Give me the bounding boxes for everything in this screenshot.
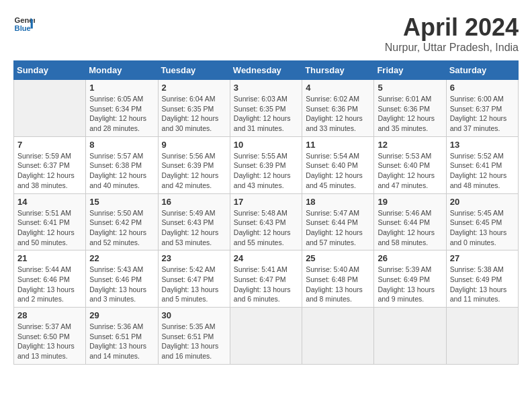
day-info: Sunrise: 5:53 AM Sunset: 6:40 PM Dayligh… (378, 151, 442, 191)
day-number: 2 (162, 83, 226, 93)
day-info: Sunrise: 6:00 AM Sunset: 6:37 PM Dayligh… (450, 94, 515, 134)
calendar-cell: 20Sunrise: 5:45 AM Sunset: 6:45 PM Dayli… (446, 193, 518, 250)
day-number: 7 (17, 140, 82, 150)
day-number: 4 (306, 83, 370, 93)
day-info: Sunrise: 5:38 AM Sunset: 6:49 PM Dayligh… (450, 265, 515, 304)
header-day-sunday: Sunday (14, 61, 86, 80)
day-info: Sunrise: 6:05 AM Sunset: 6:34 PM Dayligh… (89, 94, 154, 134)
calendar-cell (446, 308, 518, 365)
day-number: 23 (162, 253, 226, 263)
day-number: 25 (306, 253, 370, 263)
calendar-cell: 14Sunrise: 5:51 AM Sunset: 6:41 PM Dayli… (14, 193, 86, 250)
day-number: 6 (450, 83, 515, 93)
day-info: Sunrise: 5:51 AM Sunset: 6:41 PM Dayligh… (17, 208, 82, 248)
day-number: 26 (378, 253, 442, 263)
day-number: 19 (378, 197, 442, 207)
week-row-4: 21Sunrise: 5:44 AM Sunset: 6:46 PM Dayli… (14, 250, 519, 308)
day-info: Sunrise: 6:04 AM Sunset: 6:35 PM Dayligh… (162, 94, 226, 134)
calendar-cell: 2Sunrise: 6:04 AM Sunset: 6:35 PM Daylig… (158, 80, 230, 137)
day-info: Sunrise: 5:48 AM Sunset: 6:43 PM Dayligh… (234, 208, 298, 248)
header-row: SundayMondayTuesdayWednesdayThursdayFrid… (14, 61, 519, 80)
day-info: Sunrise: 5:55 AM Sunset: 6:39 PM Dayligh… (234, 151, 298, 191)
day-info: Sunrise: 6:03 AM Sunset: 6:35 PM Dayligh… (234, 94, 298, 134)
day-info: Sunrise: 5:57 AM Sunset: 6:38 PM Dayligh… (89, 151, 154, 191)
day-number: 14 (17, 197, 82, 207)
day-number: 5 (378, 83, 442, 93)
day-info: Sunrise: 5:52 AM Sunset: 6:41 PM Dayligh… (450, 151, 515, 191)
month-title: April 2024 (385, 13, 519, 42)
week-row-1: 1Sunrise: 6:05 AM Sunset: 6:34 PM Daylig… (14, 80, 519, 137)
logo: General Blue (13, 13, 35, 35)
calendar-cell: 24Sunrise: 5:41 AM Sunset: 6:47 PM Dayli… (230, 250, 302, 308)
day-info: Sunrise: 5:42 AM Sunset: 6:47 PM Dayligh… (162, 265, 226, 304)
calendar-cell: 7Sunrise: 5:59 AM Sunset: 6:37 PM Daylig… (14, 136, 86, 193)
day-info: Sunrise: 5:46 AM Sunset: 6:44 PM Dayligh… (378, 208, 442, 248)
calendar-cell (14, 80, 86, 137)
day-info: Sunrise: 5:39 AM Sunset: 6:49 PM Dayligh… (378, 265, 442, 304)
calendar-cell (230, 308, 302, 365)
day-info: Sunrise: 5:47 AM Sunset: 6:44 PM Dayligh… (306, 208, 370, 248)
day-info: Sunrise: 5:50 AM Sunset: 6:42 PM Dayligh… (89, 208, 154, 248)
location-title: Nurpur, Uttar Pradesh, India (385, 42, 519, 54)
logo-icon: General Blue (13, 13, 35, 35)
day-number: 8 (89, 140, 154, 150)
calendar-cell: 30Sunrise: 5:35 AM Sunset: 6:51 PM Dayli… (158, 308, 230, 365)
day-number: 11 (306, 140, 370, 150)
calendar-cell: 5Sunrise: 6:01 AM Sunset: 6:36 PM Daylig… (374, 80, 446, 137)
day-info: Sunrise: 5:59 AM Sunset: 6:37 PM Dayligh… (17, 151, 82, 191)
day-number: 3 (234, 83, 298, 93)
day-info: Sunrise: 6:01 AM Sunset: 6:36 PM Dayligh… (378, 94, 442, 134)
calendar-cell: 25Sunrise: 5:40 AM Sunset: 6:48 PM Dayli… (302, 250, 374, 308)
day-info: Sunrise: 5:36 AM Sunset: 6:51 PM Dayligh… (89, 322, 154, 361)
week-row-5: 28Sunrise: 5:37 AM Sunset: 6:50 PM Dayli… (14, 308, 519, 365)
day-info: Sunrise: 5:41 AM Sunset: 6:47 PM Dayligh… (234, 265, 298, 304)
day-number: 12 (378, 140, 442, 150)
calendar-cell: 19Sunrise: 5:46 AM Sunset: 6:44 PM Dayli… (374, 193, 446, 250)
calendar-cell: 11Sunrise: 5:54 AM Sunset: 6:40 PM Dayli… (302, 136, 374, 193)
calendar-cell: 18Sunrise: 5:47 AM Sunset: 6:44 PM Dayli… (302, 193, 374, 250)
header-day-saturday: Saturday (446, 61, 518, 80)
day-info: Sunrise: 5:44 AM Sunset: 6:46 PM Dayligh… (17, 265, 82, 304)
day-number: 10 (234, 140, 298, 150)
calendar-cell: 28Sunrise: 5:37 AM Sunset: 6:50 PM Dayli… (14, 308, 86, 365)
calendar-cell: 6Sunrise: 6:00 AM Sunset: 6:37 PM Daylig… (446, 80, 518, 137)
calendar-cell: 22Sunrise: 5:43 AM Sunset: 6:46 PM Dayli… (86, 250, 158, 308)
day-info: Sunrise: 6:02 AM Sunset: 6:36 PM Dayligh… (306, 94, 370, 134)
day-info: Sunrise: 5:54 AM Sunset: 6:40 PM Dayligh… (306, 151, 370, 191)
calendar-cell: 29Sunrise: 5:36 AM Sunset: 6:51 PM Dayli… (86, 308, 158, 365)
day-number: 15 (89, 197, 154, 207)
header-day-thursday: Thursday (302, 61, 374, 80)
day-info: Sunrise: 5:49 AM Sunset: 6:43 PM Dayligh… (162, 208, 226, 248)
day-number: 28 (17, 310, 82, 320)
calendar-cell: 23Sunrise: 5:42 AM Sunset: 6:47 PM Dayli… (158, 250, 230, 308)
page-header: General Blue April 2024 Nurpur, Uttar Pr… (13, 13, 519, 54)
calendar-cell: 12Sunrise: 5:53 AM Sunset: 6:40 PM Dayli… (374, 136, 446, 193)
day-number: 20 (450, 197, 515, 207)
calendar-cell (302, 308, 374, 365)
calendar-cell: 21Sunrise: 5:44 AM Sunset: 6:46 PM Dayli… (14, 250, 86, 308)
day-number: 16 (162, 197, 226, 207)
day-info: Sunrise: 5:37 AM Sunset: 6:50 PM Dayligh… (17, 322, 82, 361)
day-info: Sunrise: 5:43 AM Sunset: 6:46 PM Dayligh… (89, 265, 154, 304)
calendar-cell: 10Sunrise: 5:55 AM Sunset: 6:39 PM Dayli… (230, 136, 302, 193)
week-row-3: 14Sunrise: 5:51 AM Sunset: 6:41 PM Dayli… (14, 193, 519, 250)
calendar-cell: 26Sunrise: 5:39 AM Sunset: 6:49 PM Dayli… (374, 250, 446, 308)
day-info: Sunrise: 5:56 AM Sunset: 6:39 PM Dayligh… (162, 151, 226, 191)
title-block: April 2024 Nurpur, Uttar Pradesh, India (385, 13, 519, 54)
calendar-cell: 17Sunrise: 5:48 AM Sunset: 6:43 PM Dayli… (230, 193, 302, 250)
day-info: Sunrise: 5:35 AM Sunset: 6:51 PM Dayligh… (162, 322, 226, 361)
day-number: 18 (306, 197, 370, 207)
day-number: 1 (89, 83, 154, 93)
calendar-cell: 16Sunrise: 5:49 AM Sunset: 6:43 PM Dayli… (158, 193, 230, 250)
calendar-cell: 3Sunrise: 6:03 AM Sunset: 6:35 PM Daylig… (230, 80, 302, 137)
header-day-tuesday: Tuesday (158, 61, 230, 80)
day-number: 29 (89, 310, 154, 320)
calendar-cell: 15Sunrise: 5:50 AM Sunset: 6:42 PM Dayli… (86, 193, 158, 250)
day-info: Sunrise: 5:45 AM Sunset: 6:45 PM Dayligh… (450, 208, 515, 248)
calendar-cell: 1Sunrise: 6:05 AM Sunset: 6:34 PM Daylig… (86, 80, 158, 137)
day-number: 30 (162, 310, 226, 320)
day-number: 22 (89, 253, 154, 263)
header-day-wednesday: Wednesday (230, 61, 302, 80)
day-number: 9 (162, 140, 226, 150)
day-number: 27 (450, 253, 515, 263)
